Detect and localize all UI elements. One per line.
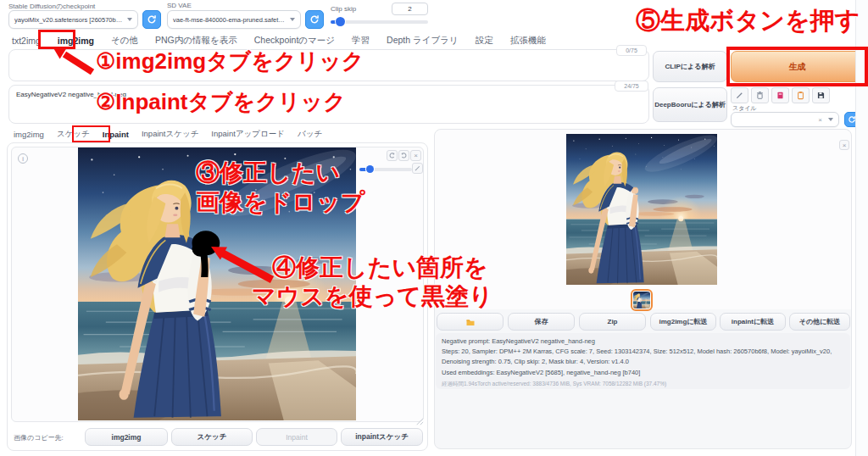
tab-img2img[interactable]: img2img xyxy=(58,36,94,46)
caret-down-icon xyxy=(127,18,132,21)
result-thumbnail-image xyxy=(633,292,650,309)
info-icon: i xyxy=(18,153,28,164)
extra-networks-button[interactable] xyxy=(771,87,789,103)
undo-icon xyxy=(388,152,396,159)
annotation-step2: ②Inpaintタブをクリック xyxy=(96,90,346,114)
pencil-icon xyxy=(735,91,744,100)
info-used-embeddings: Used embeddings: EasyNegativeV2 [5685], … xyxy=(442,368,847,378)
refresh-icon xyxy=(309,14,320,25)
folder-icon xyxy=(465,317,476,327)
img2img-mode-tab-bar: img2img スケッチ Inpaint Inpaintスケッチ Inpaint… xyxy=(14,128,322,141)
annotation-step4-line1: ④修正したい箇所を xyxy=(272,254,488,281)
tab-png-info[interactable]: PNG内の情報を表示 xyxy=(155,35,237,47)
interrogate-deepbooru-button[interactable]: DeepBooruによる解析 xyxy=(653,87,727,122)
copy-to-sketch-button[interactable]: スケッチ xyxy=(171,428,253,446)
vae-value: vae-ft-mse-840000-ema-pruned.safetensors xyxy=(173,16,287,24)
info-generation-params: Steps: 20, Sampler: DPM++ 2M Karras, CFG… xyxy=(442,347,847,367)
tab-settings[interactable]: 設定 xyxy=(476,35,493,47)
skip-pencil-button[interactable] xyxy=(731,87,748,103)
tab-extras[interactable]: その他 xyxy=(111,35,138,47)
tab-train[interactable]: 学習 xyxy=(352,35,370,47)
refresh-icon xyxy=(147,14,157,25)
copy-to-inpaint-button[interactable]: Inpaint xyxy=(256,428,337,446)
copy-to-inpaint-sketch-button[interactable]: inpaintスケッチ xyxy=(341,428,423,446)
paste-generation-params-button[interactable] xyxy=(792,87,810,103)
annotation-step5: ⑤生成ボタンを押す xyxy=(636,7,860,34)
annotation-step4-line2: マウスを使って黒塗り xyxy=(252,283,493,309)
itab-batch[interactable]: バッチ xyxy=(298,129,322,140)
annotation-step3-line1: ③修正したい xyxy=(196,159,340,186)
clear-icon: × xyxy=(414,152,418,159)
itab-inpaint-sketch[interactable]: Inpaintスケッチ xyxy=(142,129,198,140)
clip-skip-slider[interactable] xyxy=(331,20,428,24)
info-performance: 経過時間1.94sTorch active/reserved: 3883/473… xyxy=(442,379,847,389)
itab-inpaint[interactable]: Inpaint xyxy=(103,130,129,139)
close-gallery-button[interactable]: × xyxy=(839,140,849,150)
stable-diffusion-webui: Stable Diffusionのcheckpoint yayoiMix_v20… xyxy=(0,0,868,456)
zip-button[interactable]: Zip xyxy=(579,313,646,331)
style-dropdown[interactable]: × xyxy=(731,112,839,127)
interrogate-clip-button[interactable]: CLIPによる解析 xyxy=(653,51,727,82)
vae-label: SD VAE xyxy=(167,2,192,9)
undo-button[interactable] xyxy=(387,150,398,161)
copy-to-img2img-button[interactable]: img2img xyxy=(85,428,168,446)
checkpoint-refresh-button[interactable] xyxy=(142,10,161,29)
annotation-step1: ①img2imgタブをクリック xyxy=(96,49,364,74)
close-icon: × xyxy=(843,142,847,149)
result-image[interactable] xyxy=(566,134,717,285)
clip-skip-slider-handle[interactable] xyxy=(336,17,345,26)
result-thumbnail[interactable] xyxy=(631,289,653,311)
itab-img2img[interactable]: img2img xyxy=(14,130,44,139)
tab-extensions[interactable]: 拡張機能 xyxy=(510,35,546,47)
tab-txt2img[interactable]: txt2img xyxy=(12,36,41,46)
redo-button[interactable] xyxy=(398,150,409,161)
vae-dropdown[interactable]: vae-ft-mse-840000-ema-pruned.safetensors xyxy=(167,10,301,29)
brush-button[interactable] xyxy=(412,163,423,174)
send-to-extras-button[interactable]: その他に転送 xyxy=(789,313,850,331)
prompt-token-counter: 0/75 xyxy=(616,45,647,56)
checkpoint-dropdown[interactable]: yayoiMix_v20.safetensors [260570b6f8] xyxy=(8,10,138,29)
clear-image-button[interactable]: × xyxy=(410,150,421,161)
vae-refresh-button[interactable] xyxy=(305,10,324,29)
card-icon xyxy=(776,91,785,100)
clipboard-icon xyxy=(796,91,805,100)
caret-down-icon xyxy=(290,18,295,21)
tab-depth-library[interactable]: Depth ライブラリ xyxy=(387,35,459,47)
brush-icon xyxy=(414,164,421,172)
clip-skip-value-input[interactable]: 2 xyxy=(392,3,428,15)
open-folder-button[interactable] xyxy=(437,313,504,331)
clear-icon[interactable]: × xyxy=(818,116,822,124)
send-to-inpaint-button[interactable]: inpaintに転送 xyxy=(720,313,786,331)
generate-button[interactable]: 生成 xyxy=(731,51,864,82)
save-icon xyxy=(816,91,826,100)
negative-token-counter: 24/75 xyxy=(615,81,648,92)
itab-inpaint-upload[interactable]: Inpaintアップロード xyxy=(211,129,285,140)
annotation-step3-line2: 画像をドロップ xyxy=(196,189,364,215)
clip-skip-label: Clip skip xyxy=(331,5,356,13)
trash-icon xyxy=(755,91,765,100)
save-button[interactable]: 保存 xyxy=(508,313,575,331)
checkpoint-value: yayoiMix_v20.safetensors [260570b6f8] xyxy=(14,16,124,24)
save-style-button[interactable] xyxy=(812,87,830,103)
send-to-img2img-button[interactable]: img2imgに転送 xyxy=(650,313,716,331)
caret-down-icon xyxy=(828,118,833,121)
clear-prompt-button[interactable] xyxy=(751,87,769,103)
brush-size-slider-handle[interactable] xyxy=(366,165,374,173)
main-tab-bar: txt2img img2img その他 PNG内の情報を表示 Checkpoin… xyxy=(12,34,546,47)
resize-handle-icon[interactable] xyxy=(415,414,424,422)
itab-sketch[interactable]: スケッチ xyxy=(57,129,90,140)
tab-checkpoint-merger[interactable]: Checkpointのマージ xyxy=(254,35,335,47)
info-negative-prompt: Negative prompt: EasyNegativeV2 negative… xyxy=(442,336,847,347)
copy-to-label: 画像のコピー先: xyxy=(14,433,64,442)
scrollbar-track[interactable] xyxy=(855,0,868,456)
redo-icon xyxy=(400,152,408,159)
